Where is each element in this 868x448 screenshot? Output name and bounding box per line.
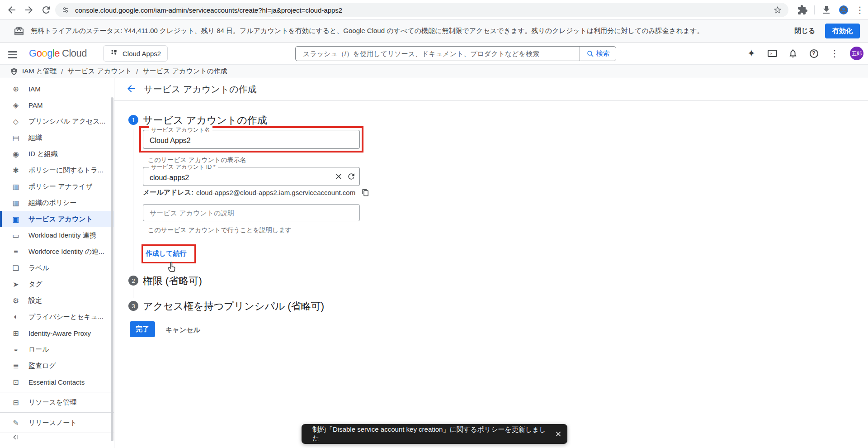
divider xyxy=(114,100,868,101)
note-icon: ✎ xyxy=(10,419,21,427)
browser-profile-icon[interactable] xyxy=(838,5,849,15)
organization-icon: ▤ xyxy=(10,133,21,142)
collapse-sidebar-icon xyxy=(11,433,19,441)
page-title: サービス アカウントの作成 xyxy=(144,83,257,95)
sidebar-item-essential-contacts[interactable]: ⊡ Essential Contacts xyxy=(0,374,114,390)
project-selector[interactable]: Cloud Apps2 xyxy=(103,45,168,62)
step3-circle: 3 xyxy=(128,301,138,311)
roles-hat-icon: ◒ xyxy=(10,345,21,353)
service-account-name-field: サービス アカウント名 xyxy=(143,130,360,149)
notifications-bell-icon[interactable] xyxy=(788,48,798,59)
wrench-icon: ✱ xyxy=(10,166,21,175)
person-add-icon: ⊕ xyxy=(10,85,21,93)
sidebar-item-label: Workforce Identity の連... xyxy=(28,248,104,256)
browser-forward-icon[interactable] xyxy=(24,5,34,15)
sidebar-item-org-policies[interactable]: ▦ 組織のポリシー xyxy=(0,195,114,211)
iam-admin-icon xyxy=(10,67,18,76)
sidebar-item-label: Identity-Aware Proxy xyxy=(28,329,91,337)
sidebar-scrollbar[interactable] xyxy=(111,97,113,441)
back-button[interactable] xyxy=(122,80,140,98)
sidebar-item-label: ID と組織 xyxy=(28,150,58,158)
sidebar-item-id-and-organization[interactable]: ◉ ID と組織 xyxy=(0,146,114,162)
description-input[interactable] xyxy=(143,205,359,221)
collapse-sidebar-button[interactable] xyxy=(0,429,114,445)
account-avatar[interactable]: 五郎 xyxy=(850,47,863,60)
browser-menu-icon[interactable]: ⋮ xyxy=(855,5,864,14)
stepper-line xyxy=(133,129,133,271)
sidebar-item-pam[interactable]: ◈ PAM xyxy=(0,97,114,113)
main-content: サービス アカウントの作成 1 サービス アカウントの作成 サービス アカウント… xyxy=(114,78,868,448)
breadcrumb-iam-admin[interactable]: IAM と管理 xyxy=(22,67,57,76)
audit-lines-icon: ≣ xyxy=(10,362,21,370)
sidebar-item-workforce-identity[interactable]: ≡ Workforce Identity の連... xyxy=(0,243,114,260)
sidebar-item-labels[interactable]: ❏ ラベル xyxy=(0,260,114,276)
search-button[interactable]: 検索 xyxy=(580,47,616,61)
sidebar-item-manage-resources[interactable]: ⊟ リソースを管理 xyxy=(0,394,114,410)
extensions-icon[interactable] xyxy=(797,5,808,15)
hamburger-menu-icon[interactable] xyxy=(7,48,18,59)
activate-button[interactable]: 有効化 xyxy=(825,24,860,38)
done-button[interactable]: 完了 xyxy=(130,321,155,337)
sidebar-item-workload-identity[interactable]: ▭ Workload Identity 連携 xyxy=(0,227,114,243)
sidebar-item-tags[interactable]: ➤ タグ xyxy=(0,276,114,292)
bookmark-star-icon[interactable] xyxy=(773,5,782,14)
description-field xyxy=(143,204,360,221)
toast-close-button[interactable] xyxy=(549,425,567,443)
sidebar-item-principal-access[interactable]: ◇ プリンシパル アクセス... xyxy=(0,113,114,129)
cancel-button[interactable]: キャンセル xyxy=(165,326,200,334)
sidebar-item-label: Essential Contacts xyxy=(28,378,85,386)
sidebar-item-audit-logs[interactable]: ≣ 監査ログ xyxy=(0,357,114,374)
banner-close-button[interactable]: 閉じる xyxy=(794,27,815,35)
breadcrumb-create[interactable]: サービス アカウントの作成 xyxy=(143,67,227,76)
name-field-label: サービス アカウント名 xyxy=(149,126,212,134)
free-trial-banner: 無料トライアルのステータス: ¥44,411.00 クレジット、残り 84 日。… xyxy=(0,20,868,43)
sidebar-item-policy-analyzer[interactable]: ▥ ポリシー アナライザ xyxy=(0,178,114,195)
google-cloud-logo[interactable]: GoogleCloud xyxy=(29,48,87,59)
sidebar-item-label: リリースノート xyxy=(28,419,77,427)
cloud-shell-icon[interactable]: >_ xyxy=(767,48,778,59)
url-bar[interactable]: console.cloud.google.com/iam-admin/servi… xyxy=(55,3,788,17)
trial-status-text: 無料トライアルのステータス: ¥44,411.00 クレジット、残り 84 日。… xyxy=(31,27,703,35)
gear-icon: ⚙ xyxy=(10,296,21,305)
sidebar-item-identity-aware-proxy[interactable]: ⊞ Identity-Aware Proxy xyxy=(0,325,114,341)
sidebar-item-release-notes[interactable]: ✎ リリースノート xyxy=(0,415,114,431)
privacy-shield-icon: ◐ xyxy=(10,313,21,321)
breadcrumb: IAM と管理 / サービス アカウント / サービス アカウントの作成 xyxy=(22,67,227,76)
help-icon[interactable]: ? xyxy=(808,48,819,59)
folder-gear-icon: ⊟ xyxy=(10,398,21,407)
identity-icon: ◉ xyxy=(10,150,21,158)
sidebar-item-label: 設定 xyxy=(28,296,42,305)
sidebar-item-iam[interactable]: ⊕ IAM xyxy=(0,81,114,97)
gemini-sparkle-icon[interactable]: ✦ xyxy=(746,48,757,59)
site-settings-icon[interactable] xyxy=(61,6,70,14)
sidebar-item-settings[interactable]: ⚙ 設定 xyxy=(0,292,114,309)
regenerate-id-icon[interactable] xyxy=(347,172,356,181)
sidebar-item-organization[interactable]: ▤ 組織 xyxy=(0,129,114,146)
sidebar-item-label: ポリシー アナライザ xyxy=(28,182,93,191)
contact-card-icon: ⊡ xyxy=(10,378,21,386)
sidebar-item-label: IAM xyxy=(28,85,41,93)
sidebar-item-label: 組織 xyxy=(28,133,42,142)
search-button-label: 検索 xyxy=(596,49,610,58)
breadcrumb-service-accounts[interactable]: サービス アカウント xyxy=(67,67,132,76)
id-field-label: サービス アカウント ID * xyxy=(149,163,218,171)
search-input[interactable] xyxy=(296,47,580,61)
create-continue-button[interactable]: 作成して続行 xyxy=(143,246,194,262)
sidebar-divider xyxy=(0,392,114,392)
sidebar-item-service-accounts[interactable]: ▣ サービス アカウント xyxy=(0,211,114,227)
sidebar-item-label: プライバシーとセキュ... xyxy=(28,313,104,321)
sidebar-item-privacy-security[interactable]: ◐ プライバシーとセキュ... xyxy=(0,309,114,325)
sidebar-item-label: PAM xyxy=(28,101,42,109)
sidebar-nav: ⊕ IAM ◈ PAM ◇ プリンシパル アクセス... ▤ 組織 ◉ ID と… xyxy=(0,78,114,433)
gift-icon xyxy=(14,26,24,37)
sidebar-divider xyxy=(0,412,114,413)
sidebar-item-roles[interactable]: ◒ ロール xyxy=(0,341,114,357)
header-menu-icon[interactable]: ⋮ xyxy=(829,48,840,59)
sidebar-item-policy-troubleshooter[interactable]: ✱ ポリシーに関するトラ... xyxy=(0,162,114,178)
toast-notification: 制約「Disable service account key creation」… xyxy=(302,424,567,444)
clear-id-icon[interactable] xyxy=(334,172,343,181)
copy-email-icon[interactable] xyxy=(358,189,369,196)
browser-back-icon[interactable] xyxy=(6,5,17,15)
downloads-icon[interactable] xyxy=(821,5,832,15)
browser-reload-icon[interactable] xyxy=(41,5,52,15)
